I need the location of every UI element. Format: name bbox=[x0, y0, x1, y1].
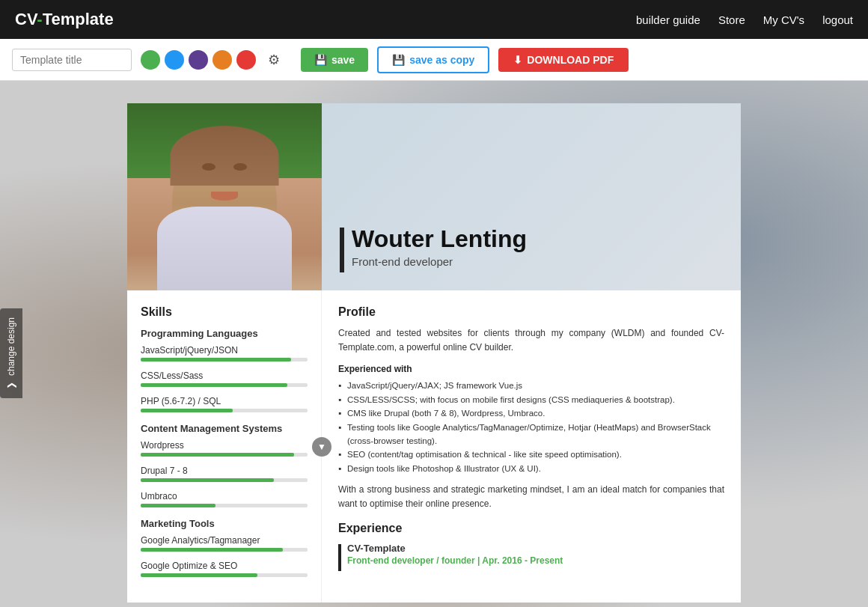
cms-section: Content Management Systems Wordpress Dru… bbox=[141, 423, 308, 507]
skill-umbraco-bar-bg bbox=[141, 504, 308, 507]
skill-wordpress: Wordpress bbox=[141, 440, 308, 457]
experienced-list: JavaScript/jQuery/AJAX; JS framework Vue… bbox=[338, 379, 724, 475]
marketing-tools-title: Marketing Tools bbox=[141, 518, 308, 529]
skill-drupal-bar-bg bbox=[141, 478, 308, 482]
profile-text: Created and tested websites for clients … bbox=[338, 326, 724, 355]
skill-seo: Google Optimize & SEO bbox=[141, 561, 308, 577]
nav-links: builder guide Store My CV's logout bbox=[636, 13, 853, 26]
programming-section: Programming Languages JavaScript/jQuery/… bbox=[141, 328, 308, 412]
cv-header: Wouter Lenting Front-end developer bbox=[127, 103, 741, 290]
save-copy-button[interactable]: 💾 save as copy bbox=[377, 46, 489, 73]
experience-section: Experience CV-Template Front-end develop… bbox=[338, 522, 724, 571]
skill-php-name: PHP (5.6-7.2) / SQL bbox=[141, 396, 308, 406]
skill-umbraco: Umbraco bbox=[141, 491, 308, 507]
skill-js-bar-fill bbox=[141, 358, 291, 362]
download-label: DOWNLOAD PDF bbox=[527, 54, 614, 66]
download-icon: ⬇ bbox=[513, 54, 522, 66]
builder-guide-link[interactable]: builder guide bbox=[636, 13, 700, 26]
skill-php: PHP (5.6-7.2) / SQL bbox=[141, 396, 308, 412]
settings-button[interactable]: ⚙ bbox=[268, 52, 280, 68]
logo: CV-Template bbox=[15, 10, 114, 29]
skill-drupal-bar-fill bbox=[141, 478, 274, 482]
cv-header-right: Wouter Lenting Front-end developer bbox=[322, 103, 741, 290]
skill-ga-name: Google Analytics/Tagmanager bbox=[141, 535, 308, 546]
skill-js-name: JavaScript/jQuery/JSON bbox=[141, 345, 308, 356]
skill-css-name: CSS/Less/Sass bbox=[141, 370, 308, 381]
cv-person-name: Wouter Lenting bbox=[352, 226, 527, 252]
cv-photo bbox=[127, 103, 322, 290]
color-swatches bbox=[141, 50, 256, 70]
skill-wordpress-bar-bg bbox=[141, 453, 308, 457]
exp-company: CV-Template bbox=[347, 543, 563, 554]
skill-js-bar-bg bbox=[141, 358, 308, 362]
skill-drupal: Drupal 7 - 8 bbox=[141, 466, 308, 482]
copy-icon: 💾 bbox=[392, 54, 405, 66]
toolbar: ⚙ 💾 save 💾 save as copy ⬇ DOWNLOAD PDF bbox=[0, 39, 868, 81]
swatch-green[interactable] bbox=[141, 50, 160, 70]
cv-name-block: Wouter Lenting Front-end developer bbox=[340, 226, 723, 272]
profile-section: Profile Created and tested websites for … bbox=[338, 305, 724, 511]
my-cvs-link[interactable]: My CV's bbox=[763, 13, 804, 26]
skill-php-bar-bg bbox=[141, 409, 308, 412]
skill-css: CSS/Less/Sass bbox=[141, 370, 308, 387]
skill-wordpress-name: Wordpress bbox=[141, 440, 308, 451]
logo-template: Template bbox=[43, 10, 114, 28]
programming-languages-title: Programming Languages bbox=[141, 328, 308, 339]
exp-role: Front-end developer / founder bbox=[347, 555, 475, 566]
save-button[interactable]: 💾 save bbox=[301, 48, 368, 72]
exp-item-2: CMS like Drupal (both 7 & 8), Wordpress,… bbox=[338, 406, 724, 420]
download-pdf-button[interactable]: ⬇ DOWNLOAD PDF bbox=[498, 48, 629, 72]
logout-link[interactable]: logout bbox=[822, 13, 853, 26]
exp-period: Apr. 2016 - Present bbox=[482, 555, 563, 566]
skill-umbraco-bar-fill bbox=[141, 504, 216, 507]
exp-item-1: CSS/LESS/SCSS; with focus on mobile firs… bbox=[338, 393, 724, 406]
change-design-tab[interactable]: ❯ change design bbox=[0, 308, 22, 397]
skill-js: JavaScript/jQuery/JSON bbox=[141, 345, 308, 362]
store-link[interactable]: Store bbox=[718, 13, 745, 26]
template-title-input[interactable] bbox=[12, 49, 132, 71]
profile-section-title: Profile bbox=[338, 305, 724, 319]
swatch-red[interactable] bbox=[236, 50, 256, 70]
experienced-with-title: Experienced with bbox=[338, 364, 724, 374]
skill-ga: Google Analytics/Tagmanager bbox=[141, 535, 308, 552]
cv-job-title: Front-end developer bbox=[352, 255, 527, 268]
skill-wordpress-bar-fill bbox=[141, 453, 294, 457]
change-design-label: change design bbox=[6, 317, 16, 375]
logo-cv: CV bbox=[15, 10, 37, 28]
skill-umbraco-name: Umbraco bbox=[141, 491, 308, 501]
save-copy-label: save as copy bbox=[409, 54, 474, 66]
experience-item-0: CV-Template Front-end developer / founde… bbox=[338, 543, 724, 571]
logo-dash: - bbox=[37, 10, 42, 28]
skill-seo-bar-fill bbox=[141, 573, 257, 577]
skill-ga-bar-fill bbox=[141, 548, 283, 552]
swatch-orange[interactable] bbox=[213, 50, 232, 70]
swatch-purple[interactable] bbox=[189, 50, 208, 70]
cv-left-column: Skills Programming Languages JavaScript/… bbox=[127, 290, 322, 603]
scroll-indicator[interactable]: ▼ bbox=[312, 437, 331, 457]
exp-item-0: JavaScript/jQuery/AJAX; JS framework Vue… bbox=[338, 379, 724, 392]
save-label: save bbox=[331, 54, 355, 66]
profile-text2: With a strong business and strategic mar… bbox=[338, 483, 724, 511]
cv-name-bar bbox=[340, 228, 344, 272]
skill-ga-bar-bg bbox=[141, 548, 308, 552]
skills-section-title: Skills bbox=[141, 305, 308, 319]
skill-css-bar-fill bbox=[141, 383, 287, 387]
exp-item-5: Design tools like Photoshop & Illustrato… bbox=[338, 462, 724, 475]
cv-name-title-block: Wouter Lenting Front-end developer bbox=[352, 226, 527, 268]
swatch-blue[interactable] bbox=[165, 50, 184, 70]
exp-item-4: SEO (content/tag optimisation & technica… bbox=[338, 448, 724, 461]
cv-right-column: Profile Created and tested websites for … bbox=[322, 290, 741, 603]
cv-photo-image bbox=[127, 103, 322, 290]
exp-item-3: Testing tools like Google Analytics/TagM… bbox=[338, 421, 724, 448]
cms-title: Content Management Systems bbox=[141, 423, 308, 434]
skill-drupal-name: Drupal 7 - 8 bbox=[141, 466, 308, 476]
skill-css-bar-bg bbox=[141, 383, 308, 387]
save-icon: 💾 bbox=[314, 54, 327, 66]
exp-details: CV-Template Front-end developer / founde… bbox=[347, 543, 563, 566]
main-background: ❯ change design bbox=[0, 81, 868, 607]
skill-php-bar-fill bbox=[141, 409, 233, 412]
skill-seo-bar-bg bbox=[141, 573, 308, 577]
exp-bar bbox=[338, 544, 341, 571]
cv-body: Skills Programming Languages JavaScript/… bbox=[127, 290, 741, 603]
navbar: CV-Template builder guide Store My CV's … bbox=[0, 0, 868, 39]
